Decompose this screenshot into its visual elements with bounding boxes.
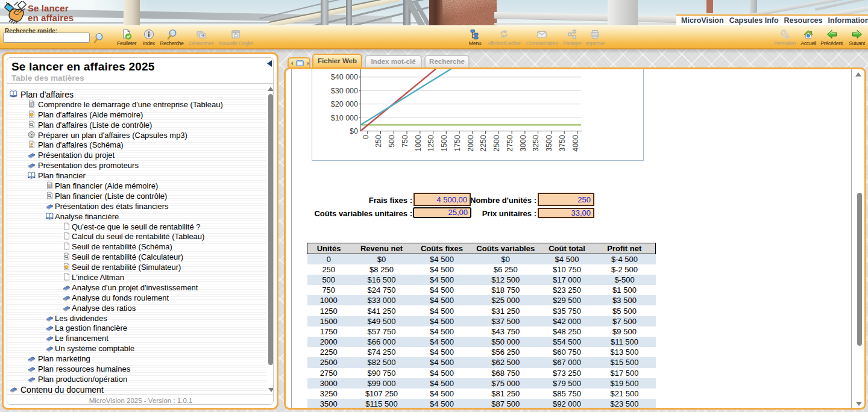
svg-text:1500: 1500 <box>440 135 448 152</box>
svg-text:0: 0 <box>362 135 370 139</box>
svg-text:2750: 2750 <box>506 135 514 152</box>
svg-text:2000: 2000 <box>467 135 475 152</box>
svg-text:$20 000: $20 000 <box>331 100 358 108</box>
svg-text:$10 000: $10 000 <box>331 114 358 122</box>
svg-text:2500: 2500 <box>492 135 501 152</box>
svg-text:3750: 3750 <box>558 135 567 152</box>
svg-text:250: 250 <box>374 135 383 148</box>
svg-text:1750: 1750 <box>453 135 462 152</box>
svg-text:4000: 4000 <box>571 135 580 152</box>
svg-text:$30 000: $30 000 <box>331 87 358 95</box>
svg-text:$40 000: $40 000 <box>331 73 358 81</box>
svg-text:500: 500 <box>388 135 396 148</box>
svg-text:$0: $0 <box>350 127 358 136</box>
svg-text:3000: 3000 <box>519 135 527 152</box>
svg-text:1250: 1250 <box>427 135 435 152</box>
svg-text:750: 750 <box>401 135 409 148</box>
svg-text:3500: 3500 <box>545 135 553 152</box>
svg-text:2250: 2250 <box>479 135 488 152</box>
svg-text:1000: 1000 <box>414 135 423 152</box>
svg-text:3250: 3250 <box>532 135 540 152</box>
